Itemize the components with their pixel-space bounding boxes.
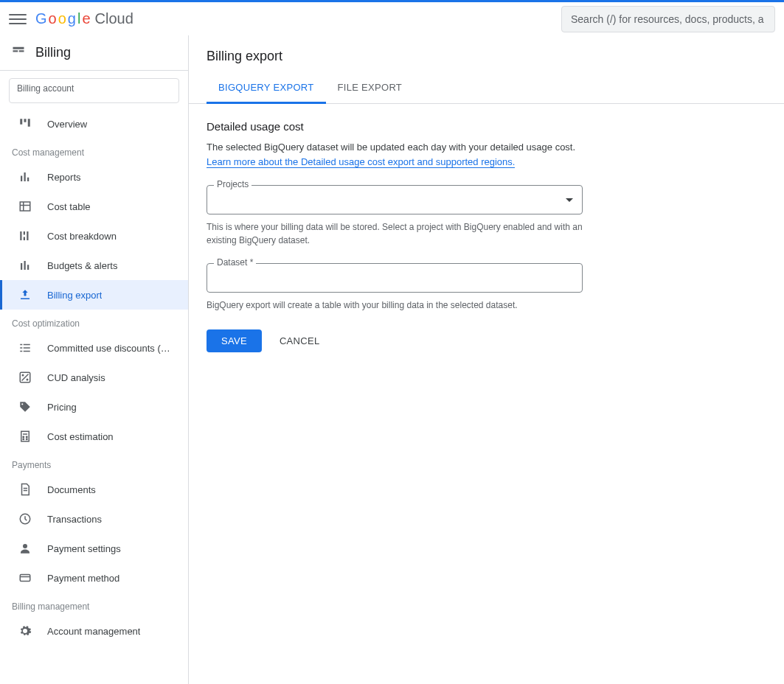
sidebar-item-label: Cost table [47, 201, 91, 212]
projects-helper-text: This is where your billing data will be … [207, 220, 583, 247]
section-heading: Detailed usage cost [207, 120, 766, 133]
tab-bigquery-export[interactable]: BIGQUERY EXPORT [207, 73, 326, 104]
svg-rect-3 [20, 119, 22, 125]
sidebar-section-label: Payments [0, 451, 188, 475]
sidebar-item-documents[interactable]: Documents [0, 475, 188, 504]
sidebar-item-label: Account management [47, 626, 140, 637]
sidebar-item-reports[interactable]: Reports [0, 162, 188, 192]
svg-rect-13 [24, 231, 25, 235]
svg-point-33 [23, 436, 24, 438]
save-button[interactable]: SAVE [207, 329, 262, 352]
svg-rect-14 [24, 237, 25, 241]
svg-point-36 [27, 439, 28, 440]
budget-icon [18, 258, 32, 273]
svg-rect-31 [21, 431, 30, 442]
dashboard-icon [18, 116, 32, 131]
svg-rect-21 [24, 344, 30, 346]
svg-rect-25 [24, 351, 30, 352]
svg-point-40 [23, 544, 27, 548]
svg-rect-8 [27, 178, 29, 181]
svg-rect-15 [27, 231, 28, 240]
breakdown-icon [18, 228, 32, 243]
svg-rect-19 [21, 299, 30, 300]
svg-rect-2 [19, 50, 24, 52]
section-description: The selected BigQuery dataset will be up… [207, 142, 575, 153]
sidebar-item-cud-analysis[interactable]: CUD analysis [0, 363, 188, 392]
clock-icon [18, 512, 32, 526]
sidebar-item-label: Payment method [47, 573, 119, 584]
document-icon [18, 482, 32, 497]
main-content: Billing export BIGQUERY EXPORT FILE EXPO… [189, 35, 784, 684]
dataset-field[interactable]: Dataset * [207, 263, 583, 293]
svg-rect-23 [24, 347, 30, 349]
sidebar-item-label: Billing export [47, 290, 102, 301]
google-cloud-logo[interactable]: Google Cloud [35, 10, 133, 27]
export-icon [18, 287, 32, 302]
billing-account-selector[interactable]: Billing account [9, 78, 179, 103]
dataset-label: Dataset * [214, 257, 256, 268]
svg-rect-4 [24, 119, 27, 122]
cancel-button[interactable]: CANCEL [280, 335, 320, 346]
sidebar-item-budgets-alerts[interactable]: Budgets & alerts [0, 251, 188, 280]
sidebar-section-label: Cost optimization [0, 310, 188, 333]
learn-more-link[interactable]: Learn more about the Detailed usage cost… [207, 156, 515, 168]
table-icon [18, 199, 32, 214]
sidebar-section-label: Billing management [0, 593, 188, 616]
svg-rect-6 [21, 176, 22, 182]
sidebar-header: Billing [0, 35, 188, 71]
sidebar-item-overview[interactable]: Overview [0, 109, 188, 139]
tabs: BIGQUERY EXPORT FILE EXPORT [189, 73, 784, 104]
sidebar-item-transactions[interactable]: Transactions [0, 504, 188, 534]
sidebar: Billing Billing account OverviewCost man… [0, 35, 189, 684]
hamburger-menu-icon[interactable] [9, 10, 27, 28]
sidebar-item-payment-method[interactable]: Payment method [0, 563, 188, 593]
billing-account-label: Billing account [17, 83, 74, 94]
sidebar-item-label: Budgets & alerts [47, 260, 117, 271]
projects-field[interactable]: Projects [207, 185, 583, 214]
sidebar-item-label: CUD analysis [47, 372, 105, 383]
svg-rect-7 [24, 172, 26, 181]
svg-point-28 [27, 379, 29, 381]
person-icon [18, 541, 32, 556]
svg-rect-17 [24, 261, 26, 270]
sidebar-item-label: Overview [47, 119, 87, 130]
percent-icon [18, 370, 32, 385]
svg-point-30 [21, 403, 23, 405]
sidebar-title: Billing [35, 45, 71, 60]
svg-rect-22 [20, 347, 22, 349]
sidebar-item-label: Committed use discounts (C… [47, 343, 176, 354]
svg-rect-16 [21, 263, 22, 270]
dataset-helper-text: BigQuery export will create a table with… [207, 299, 583, 312]
bar-chart-icon [18, 170, 32, 184]
page-title: Billing export [189, 35, 784, 64]
tab-file-export[interactable]: FILE EXPORT [326, 73, 414, 103]
sidebar-item-account-management[interactable]: Account management [0, 616, 188, 646]
sidebar-item-payment-settings[interactable]: Payment settings [0, 534, 188, 563]
billing-icon [12, 44, 25, 61]
sidebar-item-pricing[interactable]: Pricing [0, 392, 188, 422]
sidebar-item-label: Pricing [47, 402, 77, 413]
svg-rect-0 [13, 47, 24, 49]
search-placeholder: Search (/) for resources, docs, products… [571, 13, 763, 25]
sidebar-item-cost-breakdown[interactable]: Cost breakdown [0, 221, 188, 251]
card-icon [18, 570, 32, 585]
search-input[interactable]: Search (/) for resources, docs, products… [561, 6, 775, 32]
tag-icon [18, 399, 32, 414]
calculator-icon [18, 429, 32, 444]
sidebar-item-cost-estimation[interactable]: Cost estimation [0, 422, 188, 451]
svg-rect-9 [20, 202, 30, 211]
sidebar-item-label: Reports [47, 172, 81, 183]
projects-label: Projects [214, 179, 251, 189]
sidebar-item-label: Payment settings [47, 543, 121, 554]
sidebar-item-billing-export[interactable]: Billing export [0, 280, 188, 310]
svg-point-27 [22, 374, 24, 377]
svg-point-34 [27, 436, 28, 438]
svg-rect-5 [28, 119, 30, 127]
svg-point-35 [23, 439, 24, 440]
svg-rect-18 [27, 265, 29, 270]
sidebar-item-label: Transactions [47, 514, 102, 525]
sidebar-item-label: Cost estimation [47, 431, 114, 442]
sidebar-section-label: Cost management [0, 139, 188, 162]
sidebar-item-cost-table[interactable]: Cost table [0, 192, 188, 221]
sidebar-item-committed-use-discounts-c[interactable]: Committed use discounts (C… [0, 333, 188, 363]
